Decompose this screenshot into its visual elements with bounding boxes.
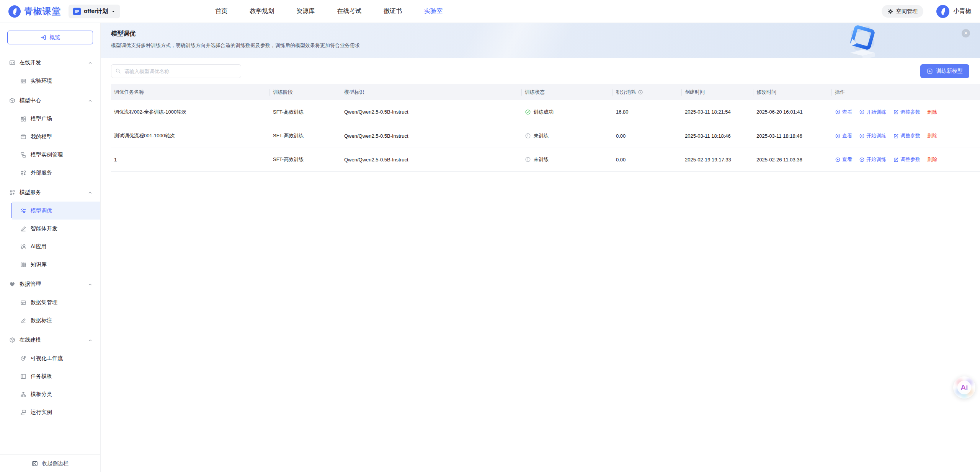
col-modified-time: 修改时间	[753, 84, 832, 100]
sidebar-item-external-services[interactable]: 外部服务	[0, 164, 100, 182]
sidebar-item-label: 外部服务	[31, 169, 52, 176]
sidebar-item-label: 知识库	[31, 261, 47, 268]
view-link[interactable]: 查看	[835, 109, 852, 116]
sidebar-item-label: 模板分类	[31, 391, 52, 398]
row-actions: 查看 开始训练 调整参数 删除	[835, 156, 980, 163]
sidebar-group-model-center: 模型中心 模型广场 我的模型 模型实例管理 外部服务	[0, 91, 100, 182]
chevron-up-icon	[88, 60, 93, 65]
group-label: 模型服务	[20, 189, 83, 196]
col-task-name: 调优任务名称	[111, 84, 270, 100]
tree-icon	[20, 391, 26, 397]
train-new-model-button[interactable]: 训练新模型	[920, 64, 969, 78]
workspace-selector[interactable]: offer计划	[69, 5, 120, 18]
sidebar-item-my-models[interactable]: 我的模型	[0, 128, 100, 146]
sidebar-item-label: 智能体开发	[31, 225, 57, 232]
cell-training-stage: SFT-高效训练	[270, 148, 341, 171]
topnav-laboratory[interactable]: 实验室	[424, 7, 443, 15]
page-banner: 模型调优 模型调优支持多种训练方式，明确训练方向并选择合适的训练数据及参数，训练…	[101, 23, 980, 58]
user-menu[interactable]: 小青椒	[936, 5, 972, 18]
sidebar-group-header-online-modeling[interactable]: 在线建模	[0, 331, 100, 349]
info-icon[interactable]	[638, 90, 643, 95]
sidebar-item-lab-environment[interactable]: 实验环境	[0, 72, 100, 90]
sidebar-item-task-templates[interactable]: 任务模板	[0, 367, 100, 385]
status-badge: 未训练	[525, 156, 613, 163]
sidebar-item-agent-development[interactable]: 智能体开发	[0, 220, 100, 238]
sidebar-nav: 在线开发 实验环境 模型中心 模型广场	[0, 54, 100, 454]
delete-link[interactable]: 删除	[927, 109, 937, 116]
group-label: 模型中心	[20, 97, 83, 104]
start-training-link[interactable]: 开始训练	[859, 109, 886, 116]
table-row: 测试调优流程001-1000轮次 SFT-高效训练 Qwen/Qwen2.5-0…	[111, 124, 980, 148]
status-text: 未训练	[534, 156, 549, 163]
chevron-up-icon	[88, 98, 93, 103]
adjust-params-link[interactable]: 调整参数	[893, 132, 920, 139]
sidebar-group-online-modeling: 在线建模 可视化工作流 任务模板 模板分类 运行实例	[0, 331, 100, 421]
app-logo[interactable]: 青椒课堂	[8, 5, 61, 18]
status-text: 训练成功	[534, 109, 554, 116]
caret-down-icon	[111, 9, 116, 14]
sidebar-item-template-categories[interactable]: 模板分类	[0, 385, 100, 403]
logo-pepper-icon	[8, 5, 21, 18]
col-created-time: 创建时间	[682, 84, 753, 100]
topbar: 青椒课堂 offer计划 首页 教学规划 资源库 在线考试 微证书 实验室 空间…	[0, 0, 980, 23]
sidebar-group-model-services: 模型服务 模型调优 智能体开发 AI应用 知识库	[0, 183, 100, 273]
top-navigation: 首页 教学规划 资源库 在线考试 微证书 实验室	[215, 7, 443, 15]
exclamation-circle-icon	[525, 156, 531, 163]
sidebar-item-model-instance-management[interactable]: 模型实例管理	[0, 146, 100, 164]
sidebar-item-ai-applications[interactable]: AI应用	[0, 238, 100, 256]
adjust-params-link[interactable]: 调整参数	[893, 156, 920, 163]
tuning-task-table: 调优任务名称 训练阶段 模型标识 训练状态 积分消耗 创建时间 修改时间 操作 …	[111, 84, 980, 172]
start-training-link[interactable]: 开始训练	[859, 156, 886, 163]
overview-button[interactable]: 概览	[7, 31, 93, 44]
search-box	[111, 64, 241, 78]
topnav-resource-library[interactable]: 资源库	[296, 7, 315, 15]
sidebar-item-label: 数据集管理	[31, 299, 57, 306]
view-link[interactable]: 查看	[835, 132, 852, 139]
box-icon	[20, 134, 26, 140]
banner-3d-illustration	[834, 23, 891, 58]
status-badge: 训练成功	[525, 109, 613, 116]
cell-points: 0.00	[613, 124, 682, 148]
view-link[interactable]: 查看	[835, 156, 852, 163]
pie-icon	[20, 355, 26, 361]
sidebar-item-data-annotation[interactable]: 数据标注	[0, 311, 100, 329]
sidebar: 概览 在线开发 实验环境 模型中心	[0, 23, 101, 472]
topbar-right: 空间管理 小青椒	[882, 5, 972, 18]
delete-link[interactable]: 删除	[927, 132, 937, 139]
cell-training-stage: SFT-高效训练	[270, 124, 341, 148]
topnav-online-exam[interactable]: 在线考试	[337, 7, 361, 15]
sidebar-item-running-instances[interactable]: 运行实例	[0, 403, 100, 421]
topnav-teaching-plan[interactable]: 教学规划	[250, 7, 274, 15]
search-input[interactable]	[111, 64, 241, 78]
sidebar-group-header-online-dev[interactable]: 在线开发	[0, 54, 100, 72]
group-label: 在线开发	[20, 59, 83, 66]
cell-created: 2025-03-11 18:21:54	[682, 100, 753, 124]
topnav-micro-certificate[interactable]: 微证书	[384, 7, 402, 15]
sidebar-item-knowledge-base[interactable]: 知识库	[0, 256, 100, 273]
main-content: 模型调优 模型调优支持多种训练方式，明确训练方向并选择合适的训练数据及参数，训练…	[101, 0, 980, 172]
start-training-link[interactable]: 开始训练	[859, 132, 886, 139]
sidebar-item-visual-workflow[interactable]: 可视化工作流	[0, 349, 100, 367]
ai-assistant-fab[interactable]: Ai	[953, 376, 975, 399]
collapse-sidebar-button[interactable]: 收起侧边栏	[0, 454, 100, 472]
cell-modified: 2025-02-26 11:03:36	[753, 148, 832, 171]
sidebar-item-dataset-management[interactable]: 数据集管理	[0, 293, 100, 311]
dots-icon	[20, 170, 26, 176]
sidebar-item-model-square[interactable]: 模型广场	[0, 110, 100, 128]
adjust-params-link[interactable]: 调整参数	[893, 109, 920, 116]
delete-link[interactable]: 删除	[927, 156, 937, 163]
cell-model-id: Qwen/Qwen2.5-0.5B-Instruct	[341, 124, 522, 148]
space-management-button[interactable]: 空间管理	[882, 5, 923, 18]
edit-square-icon	[893, 133, 899, 139]
sidebar-group-header-data-management[interactable]: 数据管理	[0, 275, 100, 293]
sidebar-group-header-model-services[interactable]: 模型服务	[0, 183, 100, 202]
sidebar-item-model-tuning[interactable]: 模型调优	[0, 202, 100, 220]
topnav-home[interactable]: 首页	[215, 7, 227, 15]
group-label: 在线建模	[20, 337, 83, 343]
sidebar-item-label: 运行实例	[31, 409, 52, 416]
collapse-sidebar-icon	[32, 461, 38, 467]
banner-close-icon[interactable]: ✕	[962, 29, 970, 37]
table-row: 1 SFT-高效训练 Qwen/Qwen2.5-0.5B-Instruct 未训…	[111, 148, 980, 171]
sidebar-group-header-model-center[interactable]: 模型中心	[0, 91, 100, 110]
avatar	[936, 5, 949, 18]
